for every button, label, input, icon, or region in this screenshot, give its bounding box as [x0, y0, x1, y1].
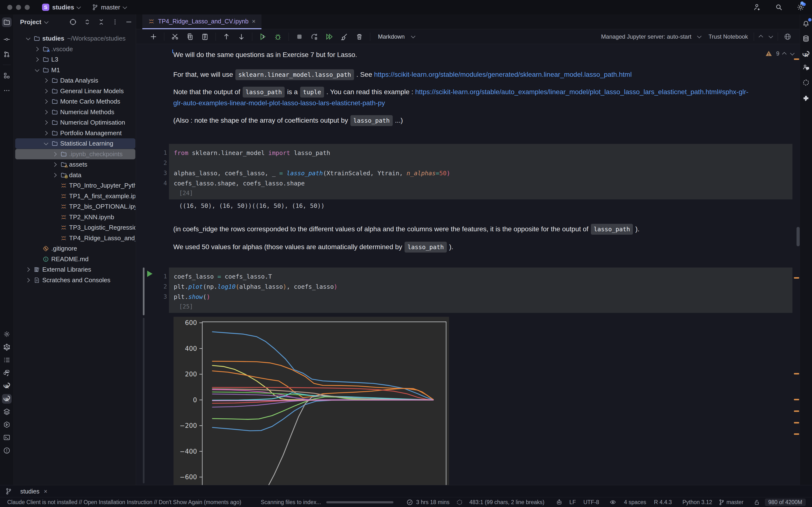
tree-item-tp2-knn-ipynb[interactable]: TP2_KNN.ipynb	[15, 212, 135, 222]
globe-icon[interactable]	[784, 33, 792, 41]
graphql-icon[interactable]	[2, 342, 12, 352]
hide-panel-icon[interactable]	[125, 18, 133, 25]
line-ending[interactable]: LF	[569, 497, 576, 507]
add-cell-icon[interactable]	[149, 32, 158, 41]
tree-item-tp0-intro-jupyter-python-ip[interactable]: TP0_Intro_Jupyter_Python.ip	[15, 180, 135, 191]
code-cell-cell2[interactable]: 1coefs_lasso = coefs_lasso.T2plt.plot(np…	[169, 268, 793, 313]
r-tools-icon[interactable]: R	[2, 394, 12, 404]
chevron-down-icon[interactable]	[411, 34, 415, 38]
chevron-down-icon[interactable]	[23, 37, 32, 40]
collapse-all-icon[interactable]	[98, 18, 105, 25]
chevron-right-icon[interactable]	[50, 153, 59, 156]
indent-setting[interactable]: 4 spaces	[624, 497, 646, 507]
code-cell-cell1[interactable]: 1from sklearn.linear_model import lasso_…	[169, 144, 793, 200]
delete-cell-icon[interactable]	[355, 32, 364, 41]
structure-icon[interactable]	[2, 71, 12, 80]
code-line[interactable]: 2plt.plot(np.log10(alphas_lasso), coefs_…	[174, 282, 793, 292]
hyperlink[interactable]: https://scikit-learn.org/stable/modules/…	[374, 71, 632, 78]
paste-cell-icon[interactable]	[201, 32, 209, 41]
chevron-right-icon[interactable]	[41, 79, 50, 82]
expand-all-icon[interactable]	[84, 18, 91, 25]
tree-item-tp4-ridge-lasso-and-cv-i[interactable]: TP4_Ridge_Lasso_and_CV.i	[15, 233, 135, 243]
chevron-right-icon[interactable]	[41, 131, 50, 135]
chevron-down-icon[interactable]	[32, 68, 41, 72]
chevron-right-icon[interactable]	[41, 111, 50, 114]
ai-chat-icon[interactable]	[801, 62, 811, 72]
tree-item-data-analysis[interactable]: Data Analysis	[15, 75, 135, 86]
commit-icon[interactable]	[2, 35, 12, 44]
chevron-down-icon[interactable]	[41, 142, 50, 145]
pull-request-icon[interactable]	[2, 50, 12, 59]
tree-item--vscode[interactable]: .vscode	[15, 44, 135, 54]
tree-item--ipynb-checkpoints[interactable]: .ipynb_checkpoints	[15, 149, 135, 159]
chevron-down-icon[interactable]	[122, 5, 127, 9]
tree-item-statistical-learning[interactable]: Statistical Learning	[15, 138, 135, 149]
unlock-icon[interactable]	[754, 497, 760, 507]
window-close-icon[interactable]	[7, 5, 12, 10]
run-cell-icon[interactable]	[259, 32, 267, 41]
close-icon[interactable]: ×	[252, 18, 255, 25]
project-name[interactable]: studies	[52, 4, 74, 11]
chevron-down-icon[interactable]	[77, 5, 81, 9]
code-line[interactable]: 1coefs_lasso = coefs_lasso.T	[174, 271, 793, 282]
services-icon[interactable]	[2, 420, 12, 430]
move-cell-down-icon[interactable]	[237, 32, 246, 41]
project-icon[interactable]	[2, 17, 12, 27]
plugin-icon[interactable]	[801, 94, 811, 103]
more-icon[interactable]	[2, 86, 12, 95]
layers-icon[interactable]	[2, 407, 12, 416]
search-icon[interactable]	[774, 3, 783, 12]
tree-item-numerical-optimisation[interactable]: Numerical Optimisation	[15, 117, 135, 128]
tree-item-tp1-a-first-example-ipynb[interactable]: TP1_A_first_example.ipynb	[15, 191, 135, 201]
stop-kernel-icon[interactable]	[295, 32, 304, 41]
tree-item-numerical-methods[interactable]: Numerical Methods	[15, 107, 135, 117]
next-problem-icon[interactable]	[790, 51, 794, 55]
chevron-right-icon[interactable]	[23, 279, 32, 282]
tree-item-general-linear-models[interactable]: General Linear Models	[15, 86, 135, 96]
code-line[interactable]: 4coefs_lasso.shape, coefs_lasso.shape	[174, 178, 793, 188]
move-cell-up-icon[interactable]	[222, 32, 231, 41]
window-minimize-icon[interactable]	[16, 5, 21, 10]
debug-cell-icon[interactable]	[273, 32, 282, 41]
tree-item-tp2-bis-optional-ipynb[interactable]: TP2_bis_OPTIONAL.ipynb	[15, 201, 135, 212]
run-all-cells-icon[interactable]	[325, 32, 334, 41]
tree-item-tp3-logistic-regression-ar[interactable]: TP3_Logistic_Regression_ar	[15, 222, 135, 233]
chevron-right-icon[interactable]	[50, 174, 59, 177]
chevron-down-icon[interactable]	[44, 19, 49, 24]
chevron-right-icon[interactable]	[41, 100, 50, 103]
prev-cell-icon[interactable]	[759, 35, 763, 39]
chevron-down-icon[interactable]	[697, 34, 701, 38]
python-version[interactable]: Python 3.12	[682, 497, 712, 507]
ai-assistant-icon[interactable]	[556, 497, 563, 507]
dependencies-icon[interactable]	[801, 78, 811, 88]
caret-position[interactable]: 483:1 (99 chars, 2 line breaks)	[469, 497, 545, 507]
chevron-right-icon[interactable]	[23, 268, 32, 271]
tree-item-monte-carlo-methods[interactable]: Monte Carlo Methods	[15, 96, 135, 107]
cell-type-dropdown[interactable]: Markdown	[378, 33, 405, 40]
code-line[interactable]: 1from sklearn.linear_model import lasso_…	[174, 148, 793, 158]
notebook-editor[interactable]: 9 We will do the same questions as in Ex…	[136, 44, 800, 485]
r-icon[interactable]: R	[801, 50, 811, 59]
r-version[interactable]: R 4.4.3	[654, 497, 672, 507]
session-time[interactable]: 3 hrs 18 mins	[416, 497, 450, 507]
hyperlink[interactable]: https://scikit-learn.org/stable/auto_exa…	[415, 88, 749, 96]
locate-file-icon[interactable]	[69, 18, 77, 26]
project-panel-title[interactable]: Project	[20, 18, 41, 26]
status-branch[interactable]: master	[726, 497, 743, 507]
tree-item-external-libraries[interactable]: External Libraries	[15, 264, 135, 275]
r-console-icon[interactable]: R	[2, 381, 12, 391]
chevron-right-icon[interactable]	[32, 48, 41, 51]
clear-outputs-icon[interactable]	[340, 32, 349, 41]
hyperlink[interactable]: glr-auto-examples-linear-model-plot-lass…	[173, 99, 385, 107]
chevron-right-icon[interactable]	[32, 58, 41, 61]
check-circle-icon[interactable]	[406, 497, 413, 507]
tree-item-assets[interactable]: assets	[15, 159, 135, 170]
encoding[interactable]: UTF-8	[583, 497, 599, 507]
add-user-icon[interactable]	[753, 3, 762, 12]
tool-window-tab-studies[interactable]: studies ×	[20, 488, 47, 495]
tree-item-data[interactable]: data	[15, 170, 135, 180]
tab-notebook[interactable]: TP4_Ridge_Lasso_and_CV.ipynb ×	[142, 14, 261, 29]
copy-cell-icon[interactable]	[186, 32, 194, 41]
chevron-right-icon[interactable]	[41, 121, 50, 124]
branch-icon[interactable]	[718, 497, 725, 507]
